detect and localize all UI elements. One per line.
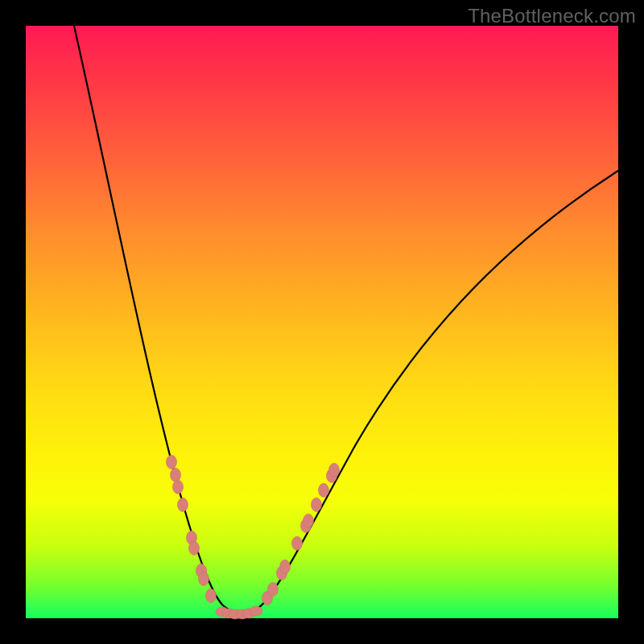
bead — [178, 498, 188, 512]
watermark-text: TheBottleneck.com — [468, 5, 636, 27]
bead — [206, 589, 217, 603]
plot-area — [26, 26, 618, 618]
bead — [199, 572, 209, 586]
bead — [280, 560, 291, 574]
bead — [173, 481, 184, 494]
bead — [189, 542, 200, 555]
bead — [292, 537, 303, 551]
bead — [329, 464, 340, 477]
bead — [303, 514, 314, 528]
bead — [171, 469, 181, 482]
beads-bottom — [216, 606, 262, 619]
bead — [268, 583, 279, 597]
bead — [167, 456, 177, 469]
curve-left — [74, 26, 242, 614]
beads-right — [262, 464, 340, 605]
bead — [319, 484, 329, 497]
bead — [250, 606, 262, 616]
chart-svg — [26, 26, 618, 618]
chart-frame: TheBottleneck.com — [0, 0, 644, 644]
bead — [312, 498, 322, 512]
